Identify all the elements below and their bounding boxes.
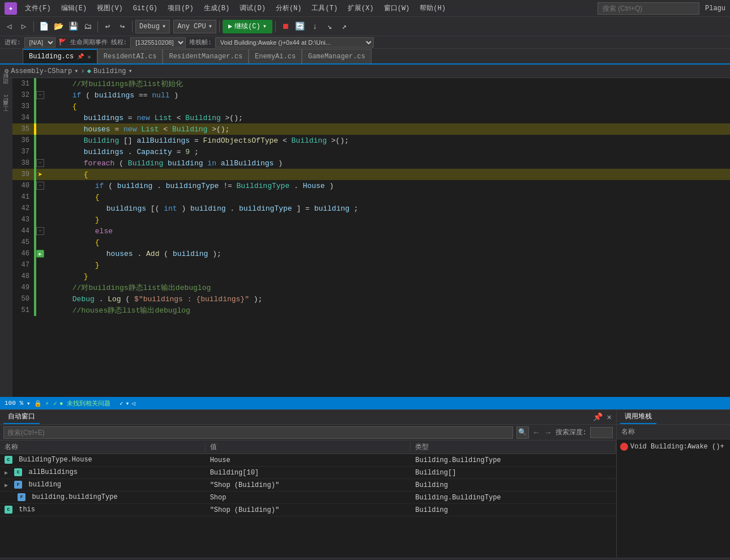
table-row[interactable]: F building.buildingType Shop Building.Bu…: [0, 491, 616, 504]
platform-dropdown[interactable]: Any CPU▾: [173, 20, 216, 33]
stack-dropdown[interactable]: Void Building:Awake ()+0x44 at D:\Uni...: [215, 37, 374, 48]
menu-view[interactable]: 视图(V): [92, 0, 127, 16]
editor-area: 解 团 Git 属 工 31 //对buildings静态list初始化 32 …: [0, 78, 730, 397]
undo-btn[interactable]: ↩: [101, 20, 114, 33]
code-line-50: 50 Debug . Log ( $"buildings : {building…: [12, 293, 730, 305]
table-row[interactable]: ▶ F building "Shop (Building)" Building: [0, 479, 616, 491]
tab-game-manager[interactable]: GameManager.cs: [302, 49, 372, 63]
process-dropdown[interactable]: [N/A]: [24, 37, 56, 48]
tab-close-building[interactable]: ✕: [87, 53, 91, 61]
collapse-38[interactable]: −: [36, 159, 44, 167]
properties-icon[interactable]: 属: [1, 108, 11, 112]
panel-search-input[interactable]: [3, 426, 513, 439]
code-line-43: 43 }: [12, 214, 730, 225]
type-icon-class: C: [14, 468, 22, 476]
cell-name: ▶ F building: [0, 481, 206, 489]
table-row[interactable]: C BuildingType.House House Building.Buil…: [0, 454, 616, 467]
menu-window[interactable]: 窗口(W): [379, 0, 415, 16]
redo-btn[interactable]: ↪: [116, 20, 129, 33]
thread-label: 线程:: [111, 38, 127, 46]
tab-label: ResidentAI.cs: [104, 53, 157, 61]
assembly-label[interactable]: Assembly-CSharp: [11, 67, 72, 75]
expand-arrow[interactable]: ▶: [5, 482, 8, 489]
stack-label: 堆栈帧:: [189, 38, 212, 46]
solution-explorer-icon[interactable]: 解: [1, 80, 11, 85]
class-label[interactable]: Building: [93, 67, 126, 75]
search-input[interactable]: [597, 2, 699, 15]
panel-search-bar: 🔍 ← → 搜索深度:: [0, 425, 616, 441]
code-line-48: 48 }: [12, 271, 730, 282]
code-line-34: 34 buildings = new List < Building >();: [12, 112, 730, 123]
tab-pin-icon[interactable]: 📌: [77, 53, 84, 60]
ok-icon: ✓: [53, 400, 57, 407]
tab-resident-ai[interactable]: ResidentAI.cs: [97, 49, 163, 63]
toolbox-icon[interactable]: 工: [1, 113, 11, 118]
pin-panel-icon[interactable]: 📌: [592, 411, 604, 423]
menu-project[interactable]: 项目(P): [163, 0, 198, 16]
continue-btn[interactable]: ▶ 继续(C) ▾: [223, 20, 272, 33]
tab-building-cs[interactable]: Building.cs 📌 ✕: [23, 49, 97, 63]
tab-auto-window[interactable]: 自动窗口: [3, 411, 40, 424]
stop-btn[interactable]: ⏹: [279, 20, 292, 33]
cell-name: C this: [0, 506, 206, 514]
step-over-btn[interactable]: ↓: [308, 20, 322, 33]
call-stack-items: Void Building:Awake ()+: [617, 439, 730, 558]
menu-build[interactable]: 生成(B): [199, 0, 234, 16]
step-into-btn[interactable]: ↘: [323, 20, 336, 33]
menu-help[interactable]: 帮助(H): [415, 0, 450, 16]
close-panel-icon[interactable]: ✕: [606, 411, 613, 423]
open-btn[interactable]: 📂: [52, 20, 65, 33]
tab-enemy-ai[interactable]: EnemyAi.cs: [249, 49, 302, 63]
panel-search-button[interactable]: 🔍: [516, 426, 529, 439]
table-row[interactable]: C this "Shop (Building)" Building: [0, 504, 616, 516]
search-depth-label: 搜索深度:: [556, 428, 587, 437]
git-changes-icon[interactable]: Git: [2, 92, 11, 106]
col-name: 名称: [0, 442, 206, 452]
tab-label: EnemyAi.cs: [255, 53, 296, 61]
menu-analyze[interactable]: 分析(N): [271, 0, 306, 16]
forward-btn[interactable]: ▷: [17, 20, 31, 33]
menu-edit[interactable]: 编辑(E): [57, 0, 92, 16]
search-depth-input[interactable]: [590, 427, 613, 438]
menu-file[interactable]: 文件(F): [20, 0, 56, 16]
cell-value: Building[10]: [206, 469, 411, 477]
toolbar: ◁ ▷ 📄 📂 💾 🗂 ↩ ↪ Debug▾ Any CPU▾ ▶ 继续(C) …: [0, 17, 730, 36]
menu-extend[interactable]: 扩展(X): [343, 0, 378, 16]
tab-resident-manager[interactable]: ResidentManager.cs: [163, 49, 249, 63]
bottom-footer: 自动窗口 局部变量 线程 模块 监视 1 CSDN @gongpp: [0, 558, 730, 560]
collapse-40[interactable]: −: [36, 182, 44, 190]
thread-dropdown[interactable]: [1325510208]: [130, 37, 186, 48]
type-icon-class: C: [5, 456, 12, 464]
menu-tools[interactable]: 工具(T): [307, 0, 342, 16]
config-dropdown[interactable]: Debug▾: [135, 20, 170, 33]
call-stack-item[interactable]: Void Building:Awake ()+: [620, 442, 727, 452]
status-bar: 100 % ▾ 🔒 ⚡ ✓ ● 未找到相关问题 ✓ ▾ ◁: [0, 397, 730, 409]
save-all-btn[interactable]: 🗂: [81, 20, 95, 33]
table-row[interactable]: ▶ C allBuildings Building[10] Building[]: [0, 467, 616, 479]
cell-value: Shop: [206, 494, 411, 502]
breakpoint-46[interactable]: ▶: [36, 250, 44, 258]
new-file-btn[interactable]: 📄: [37, 20, 50, 33]
call-stack-tab-bar: 调用堆栈: [617, 410, 730, 425]
code-line-32: 32 − if ( buildings == null ): [12, 89, 730, 101]
nav-back-btn[interactable]: ←: [532, 428, 540, 437]
team-explorer-icon[interactable]: 团: [1, 86, 11, 91]
type-icon-class: C: [5, 506, 12, 514]
progress-bar: 进程: [N/A] 🚩 生命周期事件 线程: [1325510208] 堆栈帧:…: [0, 36, 730, 49]
save-btn[interactable]: 💾: [66, 20, 80, 33]
nav-forward-btn[interactable]: →: [544, 428, 552, 437]
tab-call-stack[interactable]: 调用堆栈: [620, 411, 656, 424]
expand-arrow[interactable]: ▶: [5, 470, 8, 476]
collapse-44[interactable]: −: [36, 227, 44, 235]
collapse-32[interactable]: −: [36, 91, 44, 99]
step-out-btn[interactable]: ↗: [338, 20, 351, 33]
process-label: 进程:: [5, 38, 21, 46]
menu-git[interactable]: Git(G): [129, 0, 162, 16]
restart-btn[interactable]: 🔄: [293, 20, 307, 33]
back-btn[interactable]: ◁: [2, 20, 16, 33]
table-header: 名称 值 类型: [0, 441, 616, 454]
menu-debug[interactable]: 调试(D): [235, 0, 270, 16]
cell-type: Building.BuildingType: [411, 494, 616, 502]
code-line-35: 35 houses = new List < Building >();: [12, 123, 730, 135]
zoom-level: 100 %: [5, 400, 23, 407]
